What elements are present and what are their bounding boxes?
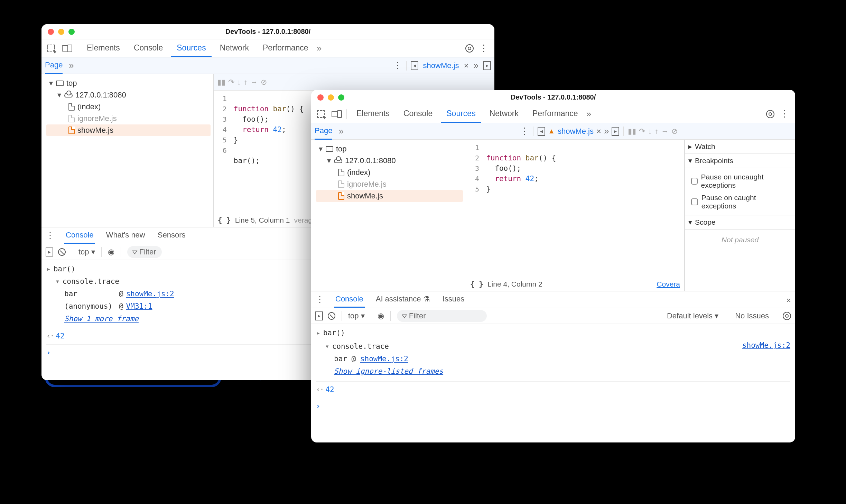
- nav-right-icon[interactable]: [612, 127, 619, 136]
- filter-input[interactable]: Filter: [127, 246, 162, 258]
- context-selector[interactable]: top ▾: [78, 248, 95, 256]
- drawer-tab-issues[interactable]: Issues: [441, 291, 466, 308]
- watch-section[interactable]: ▸Watch: [685, 140, 795, 154]
- step-icon[interactable]: →: [250, 78, 258, 87]
- live-expression-icon[interactable]: [108, 248, 114, 256]
- close-icon[interactable]: [317, 94, 324, 101]
- clear-console-icon[interactable]: [58, 248, 66, 256]
- tree-showme[interactable]: showMe.js: [316, 190, 463, 202]
- tree-ignoreme[interactable]: ignoreMe.js: [316, 178, 463, 190]
- close-icon[interactable]: [48, 29, 54, 35]
- file-tree[interactable]: ▾top ▾127.0.0.1:8080 (index) ignoreMe.js…: [311, 140, 466, 291]
- code-area[interactable]: 12345 function bar() { foo(); return 42;…: [466, 140, 684, 277]
- source-link[interactable]: showMe.js:2: [360, 355, 408, 363]
- open-file-name[interactable]: showMe.js: [558, 127, 594, 136]
- device-icon[interactable]: [60, 45, 73, 52]
- step-icon[interactable]: →: [661, 127, 669, 136]
- filter-input[interactable]: Filter: [397, 310, 487, 322]
- tree-top[interactable]: ▾top: [316, 143, 463, 155]
- drawer-tab-console[interactable]: Console: [64, 227, 95, 244]
- sidebar-toggle-icon[interactable]: [46, 248, 53, 256]
- tab-performance[interactable]: Performance: [527, 105, 584, 123]
- console-settings-icon[interactable]: [783, 312, 791, 320]
- kebab-icon[interactable]: [780, 109, 789, 119]
- gear-icon[interactable]: [465, 44, 474, 53]
- page-menu-icon[interactable]: [520, 126, 529, 137]
- more-tabs-icon[interactable]: [586, 109, 591, 119]
- drawer-tab-whatsnew[interactable]: What's new: [105, 227, 147, 244]
- deactivate-bp-icon[interactable]: ⊘: [671, 127, 678, 136]
- tree-origin[interactable]: ▾127.0.0.1:8080: [46, 89, 211, 101]
- show-ignore-listed-link[interactable]: Show ignore-listed frames: [334, 367, 443, 375]
- drawer-menu-icon[interactable]: [315, 294, 324, 305]
- tree-origin[interactable]: ▾127.0.0.1:8080: [316, 155, 463, 167]
- more-files-icon[interactable]: [604, 126, 609, 137]
- subtab-page[interactable]: Page: [315, 126, 332, 140]
- more-subtabs-icon[interactable]: [338, 126, 343, 137]
- minimize-icon[interactable]: [328, 94, 334, 101]
- source-link[interactable]: showMe.js:2: [126, 289, 174, 299]
- live-expression-icon[interactable]: [378, 311, 384, 320]
- tree-index[interactable]: (index): [316, 167, 463, 178]
- close-tab-icon[interactable]: [464, 61, 469, 71]
- caret[interactable]: [55, 348, 60, 357]
- inspect-icon[interactable]: [315, 110, 327, 118]
- tab-network[interactable]: Network: [484, 105, 524, 123]
- inspect-icon[interactable]: [45, 45, 57, 52]
- drawer-tab-sensors[interactable]: Sensors: [156, 227, 187, 244]
- subtab-page[interactable]: Page: [45, 60, 63, 74]
- show-more-frames-link[interactable]: Show 1 more frame: [64, 315, 139, 323]
- close-tab-icon[interactable]: [596, 127, 601, 136]
- source-link-right[interactable]: showMe.js:2: [742, 341, 790, 349]
- nav-left-icon[interactable]: [538, 127, 545, 136]
- sidebar-toggle-icon[interactable]: [315, 311, 323, 320]
- step-over-icon[interactable]: ↷: [639, 127, 645, 136]
- file-tree[interactable]: ▾top ▾127.0.0.1:8080 (index) ignoreMe.js…: [41, 74, 214, 227]
- more-subtabs-icon[interactable]: [69, 60, 74, 71]
- pretty-print-icon[interactable]: { }: [218, 216, 231, 224]
- source-link[interactable]: VM31:1: [126, 301, 152, 311]
- tree-ignoreme[interactable]: ignoreMe.js: [46, 113, 211, 124]
- coverage-link[interactable]: Covera: [657, 280, 680, 288]
- tab-sources[interactable]: Sources: [171, 39, 211, 57]
- zoom-icon[interactable]: [338, 94, 344, 101]
- tab-console[interactable]: Console: [128, 39, 168, 57]
- pause-icon[interactable]: ▮▮: [217, 78, 225, 87]
- more-files-icon[interactable]: [474, 60, 478, 71]
- tree-top[interactable]: ▾top: [46, 77, 211, 89]
- tab-performance[interactable]: Performance: [257, 39, 314, 57]
- step-out-icon[interactable]: ↑: [654, 127, 658, 136]
- nav-left-icon[interactable]: [411, 61, 418, 70]
- kebab-icon[interactable]: [479, 43, 488, 54]
- step-over-icon[interactable]: ↷: [228, 78, 234, 87]
- pause-caught-checkbox[interactable]: Pause on caught exceptions: [688, 192, 792, 212]
- pretty-print-icon[interactable]: { }: [470, 280, 483, 288]
- pause-uncaught-checkbox[interactable]: Pause on uncaught exceptions: [688, 171, 792, 192]
- levels-selector[interactable]: Default levels ▾: [667, 311, 718, 320]
- context-selector[interactable]: top ▾: [348, 311, 365, 320]
- page-menu-icon[interactable]: [393, 60, 402, 71]
- drawer-tab-console[interactable]: Console: [334, 291, 365, 308]
- tab-network[interactable]: Network: [214, 39, 254, 57]
- more-tabs-icon[interactable]: [317, 43, 322, 54]
- device-icon[interactable]: [330, 111, 342, 117]
- step-into-icon[interactable]: ↓: [648, 127, 652, 136]
- gear-icon[interactable]: [766, 110, 774, 118]
- drawer-menu-icon[interactable]: [46, 230, 55, 241]
- nav-right-icon[interactable]: [483, 61, 491, 70]
- tree-index[interactable]: (index): [46, 101, 211, 113]
- tab-console[interactable]: Console: [398, 105, 438, 123]
- tab-elements[interactable]: Elements: [351, 105, 395, 123]
- drawer-tab-ai[interactable]: AI assistance ⚗: [374, 291, 431, 308]
- tree-showme[interactable]: showMe.js: [46, 124, 211, 136]
- scope-section[interactable]: ▾Scope: [685, 215, 795, 230]
- deactivate-bp-icon[interactable]: ⊘: [261, 78, 267, 87]
- clear-console-icon[interactable]: [328, 312, 335, 320]
- tab-elements[interactable]: Elements: [81, 39, 125, 57]
- minimize-icon[interactable]: [58, 29, 64, 35]
- drawer-close-icon[interactable]: [786, 294, 791, 306]
- pause-icon[interactable]: ▮▮: [628, 127, 636, 136]
- step-into-icon[interactable]: ↓: [237, 78, 241, 87]
- tab-sources[interactable]: Sources: [441, 105, 481, 123]
- breakpoints-section[interactable]: ▾Breakpoints: [685, 154, 795, 168]
